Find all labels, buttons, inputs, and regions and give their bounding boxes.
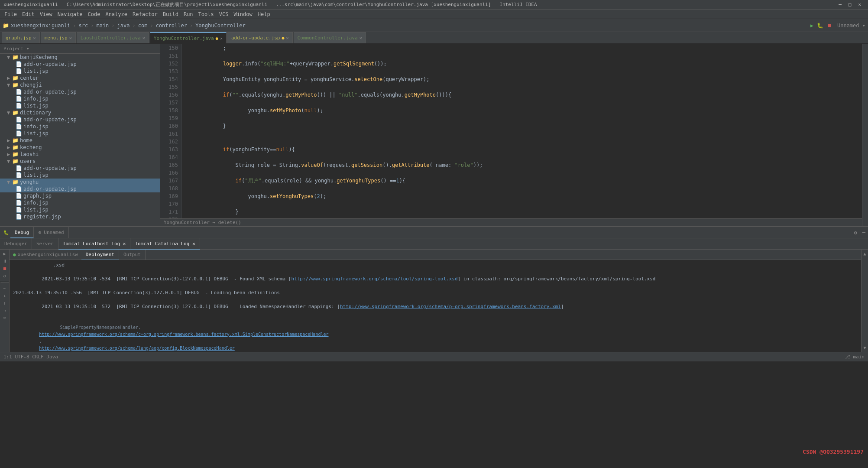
- close-btn[interactable]: ✕: [855, 2, 865, 7]
- folder-icon-chengji: 📁: [12, 82, 19, 88]
- tab-common-controller[interactable]: CommonController.java ✕: [294, 32, 366, 43]
- breadcrumb-com[interactable]: com: [138, 23, 148, 29]
- scroll-down-icon[interactable]: ▼: [863, 345, 866, 350]
- tree-label-banjikecheng: banjiKecheng: [20, 54, 58, 60]
- debug-button[interactable]: 🐛: [817, 23, 823, 29]
- file-icon-2: 📄: [16, 68, 23, 74]
- subtab-tomcat-localhost[interactable]: Tomcat Localhost Log ✕: [58, 238, 131, 250]
- link-3[interactable]: http://www.springframework.org/schema/c=…: [39, 332, 328, 337]
- tree-folder-laoshi[interactable]: ▶ 📁 laoshi: [0, 151, 160, 158]
- tree-folder-banjikecheng[interactable]: ▼ 📁 banjiKecheng: [0, 54, 160, 61]
- step-over-icon[interactable]: ↷: [3, 286, 6, 291]
- menu-navigate[interactable]: Navigate: [55, 10, 85, 19]
- run-to-cursor-icon[interactable]: →: [3, 308, 6, 313]
- tab-laoshi-controller[interactable]: LaoshiController.java ✕: [77, 32, 149, 43]
- menu-edit[interactable]: Edit: [19, 10, 37, 19]
- subtab-debugger[interactable]: Debugger: [0, 238, 32, 250]
- tree-file-list-users[interactable]: 📄 list.jsp: [0, 172, 160, 179]
- menu-refactor[interactable]: Refactor: [130, 10, 160, 19]
- menu-analyze[interactable]: Analyze: [103, 10, 130, 19]
- tree-folder-center[interactable]: ▶ 📁 center: [0, 75, 160, 81]
- project-header: Project ▾: [0, 44, 160, 54]
- breadcrumb-src[interactable]: src: [79, 23, 88, 29]
- menu-file[interactable]: File: [2, 10, 19, 19]
- run-button[interactable]: ▶: [810, 23, 813, 29]
- code-editor[interactable]: 150151152153154 155156157158159 16016116…: [160, 44, 862, 226]
- maximize-btn[interactable]: □: [845, 2, 855, 7]
- tab-add-or-update[interactable]: add-or-update.jsp ● ✕: [227, 32, 293, 43]
- menu-tools[interactable]: Tools: [196, 10, 217, 19]
- tab-menu-jsp[interactable]: menu.jsp ✕: [41, 32, 76, 43]
- tree-label-5: list.jsp: [23, 103, 49, 109]
- menu-vcs[interactable]: VCS: [217, 10, 231, 19]
- tree-file-add-update-dict[interactable]: 📄 add-or-update.jsp: [0, 116, 160, 123]
- tab-yonghu-controller[interactable]: YonghuController.java ● ✕: [150, 32, 227, 43]
- tree-file-register-yonghu[interactable]: 📄 register.jsp: [0, 213, 160, 220]
- tab-close-yonghu[interactable]: ✕: [220, 36, 223, 41]
- breadcrumb-controller[interactable]: controller: [156, 23, 187, 29]
- breadcrumb-root[interactable]: xueshengxinxiguanli: [11, 23, 70, 29]
- tab-close-common[interactable]: ✕: [360, 36, 362, 40]
- tree-file-info-chengji[interactable]: 📄 info.jsp: [0, 95, 160, 102]
- tab-unnamed[interactable]: ⚙ Unnamed: [34, 227, 69, 238]
- tree-file-list-yonghu[interactable]: 📄 list.jsp: [0, 206, 160, 213]
- tab-close-laoshi[interactable]: ✕: [143, 36, 145, 40]
- tab-close-menu[interactable]: ✕: [69, 36, 72, 40]
- breadcrumb-java[interactable]: java: [117, 23, 130, 29]
- console-output[interactable]: .xsd 2021-03-13 19:35:10 -534 [RMI TCP C…: [10, 260, 861, 352]
- step-out-icon[interactable]: ↑: [3, 301, 6, 306]
- tree-file-list-1[interactable]: 📄 list.jsp: [0, 68, 160, 75]
- arrow-chengji: ▼: [7, 82, 12, 88]
- tab-deployment[interactable]: Deployment: [81, 250, 119, 260]
- tree-label-13: info.jsp: [23, 200, 49, 206]
- breadcrumb-main[interactable]: main: [96, 23, 109, 29]
- subtab-server[interactable]: Server: [32, 238, 58, 250]
- tree-file-add-update-1[interactable]: 📄 add-or-update.jsp: [0, 61, 160, 68]
- arrow-home: ▶: [7, 137, 12, 143]
- tree-file-add-update-users[interactable]: 📄 add-or-update.jsp: [0, 165, 160, 172]
- menu-help[interactable]: Help: [255, 10, 273, 19]
- tab-close-graph[interactable]: ✕: [33, 36, 36, 40]
- bottom-close-icon[interactable]: ─: [860, 230, 868, 236]
- tree-file-list-chengji[interactable]: 📄 list.jsp: [0, 102, 160, 109]
- menu-window[interactable]: Window: [231, 10, 255, 19]
- menu-build[interactable]: Build: [160, 10, 181, 19]
- breadcrumb-file[interactable]: YonghuController: [195, 23, 246, 29]
- minimize-btn[interactable]: ─: [835, 2, 845, 7]
- link-2[interactable]: http://www.springframework.org/schema/p=…: [340, 304, 561, 309]
- tree-file-list-dict[interactable]: 📄 list.jsp: [0, 130, 160, 137]
- tree-folder-kecheng[interactable]: ▶ 📁 kecheng: [0, 144, 160, 151]
- tree-folder-chengji[interactable]: ▼ 📁 chengji: [0, 81, 160, 88]
- deployment-tabs: ● xueshengxinxiguanlisw Deployment Outpu…: [10, 250, 861, 260]
- tree-folder-home[interactable]: ▶ 📁 home: [0, 137, 160, 144]
- tree-folder-users[interactable]: ▼ 📁 users: [0, 158, 160, 165]
- tree-folder-dictionary[interactable]: ▼ 📁 dictionary: [0, 109, 160, 116]
- subtab-tomcat-catalina[interactable]: Tomcat Catalina Log ✕: [130, 238, 200, 250]
- tab-debug[interactable]: Debug: [10, 227, 34, 238]
- stop-icon[interactable]: ⏹: [3, 266, 7, 271]
- scroll-up-icon[interactable]: ▲: [863, 251, 866, 256]
- resume-icon[interactable]: ▶: [3, 251, 6, 256]
- tree-file-info-yonghu[interactable]: 📄 info.jsp: [0, 199, 160, 206]
- rerun-icon[interactable]: ↺: [3, 273, 6, 278]
- link-1[interactable]: http://www.springframework.org/schema/to…: [291, 276, 457, 282]
- console-line-2: 2021-03-13 19:35:10 -556 [RMI TCP Connec…: [13, 289, 858, 296]
- tree-file-graph-yonghu[interactable]: 📄 graph.jsp: [0, 192, 160, 199]
- stop-button[interactable]: ⏹: [827, 23, 832, 29]
- tab-close-add[interactable]: ✕: [286, 36, 289, 40]
- tree-file-add-update-yonghu[interactable]: 📄 add-or-update.jsp: [0, 185, 160, 192]
- menu-view[interactable]: View: [37, 10, 55, 19]
- tab-graph-jsp[interactable]: graph.jsp ✕: [2, 32, 40, 43]
- tree-folder-yonghu[interactable]: ▼ 📁 yonghu: [0, 179, 160, 185]
- tree-file-info-dict[interactable]: 📄 info.jsp: [0, 123, 160, 130]
- link-4[interactable]: http://www.springframework.org/schema/la…: [39, 346, 235, 351]
- menu-code[interactable]: Code: [85, 10, 103, 19]
- evaluate-icon[interactable]: ⌨: [3, 315, 6, 320]
- tree-label-4: info.jsp: [23, 96, 49, 102]
- pause-icon[interactable]: ⏸: [3, 259, 7, 263]
- tab-output[interactable]: Output: [119, 250, 146, 260]
- menu-run[interactable]: Run: [181, 10, 196, 19]
- bottom-settings-icon[interactable]: ⚙: [852, 230, 860, 236]
- step-into-icon[interactable]: ↓: [3, 293, 6, 298]
- tree-file-add-update-2[interactable]: 📄 add-or-update.jsp: [0, 88, 160, 95]
